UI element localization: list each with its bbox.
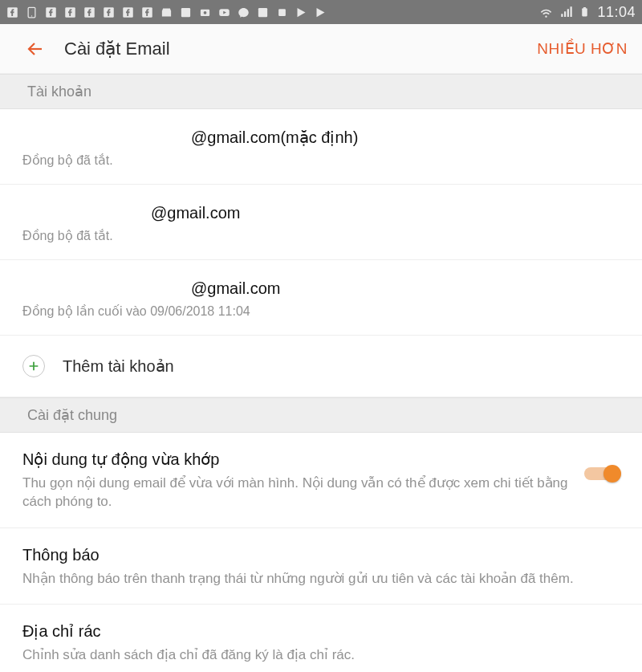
- svg-rect-16: [583, 7, 586, 9]
- facebook-icon: [45, 6, 57, 18]
- plus-icon: [22, 355, 45, 377]
- setting-title: Nội dung tự động vừa khớp: [22, 449, 571, 470]
- account-row[interactable]: @gmail.com Đồng bộ đã tắt.: [0, 185, 642, 260]
- arrow-left-icon: [26, 39, 45, 59]
- status-system-icons: 11:04: [538, 4, 636, 21]
- account-row[interactable]: @gmail.com Đồng bộ lần cuối vào 09/06/20…: [0, 260, 642, 336]
- autofit-toggle[interactable]: [584, 465, 620, 483]
- camera-icon: [199, 6, 211, 18]
- android-status-bar: 11:04: [0, 0, 642, 24]
- setting-notifications[interactable]: Thông báo Nhận thông báo trên thanh trạn…: [0, 528, 642, 605]
- setting-title: Thông báo: [22, 544, 620, 566]
- status-notification-icons: [6, 6, 538, 18]
- svg-point-2: [31, 15, 32, 16]
- shop-icon: [160, 6, 173, 18]
- status-clock: 11:04: [597, 4, 636, 21]
- app-icon: [276, 6, 288, 18]
- setting-spam[interactable]: Địa chỉ rác Chỉnh sửa danh sách địa chỉ …: [0, 605, 642, 672]
- account-email: @gmail.com: [151, 202, 620, 223]
- account-email: @gmail.com(mặc định): [191, 127, 620, 148]
- section-general-header: Cài đặt chung: [0, 397, 642, 433]
- facebook-icon: [103, 6, 115, 18]
- account-sync-status: Đồng bộ đã tắt.: [22, 153, 620, 168]
- setting-autofit[interactable]: Nội dung tự động vừa khớp Thu gọn nội du…: [0, 433, 642, 528]
- facebook-icon: [141, 6, 153, 18]
- tablet-icon: [26, 6, 38, 18]
- setting-desc: Thu gọn nội dung email để vừa với màn hì…: [22, 474, 571, 511]
- app-bar: Cài đặt Email NHIỀU HƠN: [0, 24, 642, 74]
- facebook-icon: [83, 6, 95, 18]
- svg-rect-14: [278, 9, 286, 16]
- facebook-icon: [6, 6, 18, 18]
- svg-rect-15: [583, 8, 588, 16]
- add-account-row[interactable]: Thêm tài khoản: [0, 336, 642, 397]
- app-icon: [180, 6, 192, 18]
- wifi-icon: [538, 5, 554, 20]
- facebook-icon: [122, 6, 134, 18]
- section-accounts-header: Tài khoản: [0, 74, 642, 109]
- play-icon: [295, 6, 307, 18]
- page-title: Cài đặt Email: [64, 39, 537, 59]
- setting-desc: Nhận thông báo trên thanh trạng thái từ …: [22, 569, 620, 588]
- account-row[interactable]: @gmail.com(mặc định) Đồng bộ đã tắt.: [0, 109, 642, 185]
- battery-icon: [579, 4, 590, 20]
- more-button[interactable]: NHIỀU HƠN: [537, 39, 628, 58]
- add-account-label: Thêm tài khoản: [63, 356, 174, 376]
- account-sync-status: Đồng bộ lần cuối vào 09/06/2018 11:04: [22, 303, 620, 319]
- account-sync-status: Đồng bộ đã tắt.: [22, 228, 620, 243]
- setting-desc: Chỉnh sửa danh sách địa chỉ đã đăng ký l…: [22, 646, 620, 664]
- play-icon: [315, 6, 327, 18]
- back-button[interactable]: [24, 38, 47, 60]
- setting-title: Địa chỉ rác: [22, 621, 620, 642]
- signal-icon: [559, 5, 574, 19]
- news-icon: [257, 6, 269, 18]
- messenger-icon: [238, 6, 250, 18]
- svg-rect-9: [181, 7, 190, 16]
- svg-rect-13: [258, 7, 267, 16]
- account-email: @gmail.com: [191, 278, 620, 299]
- facebook-icon: [64, 6, 76, 18]
- youtube-icon: [218, 6, 230, 18]
- svg-point-11: [204, 10, 207, 14]
